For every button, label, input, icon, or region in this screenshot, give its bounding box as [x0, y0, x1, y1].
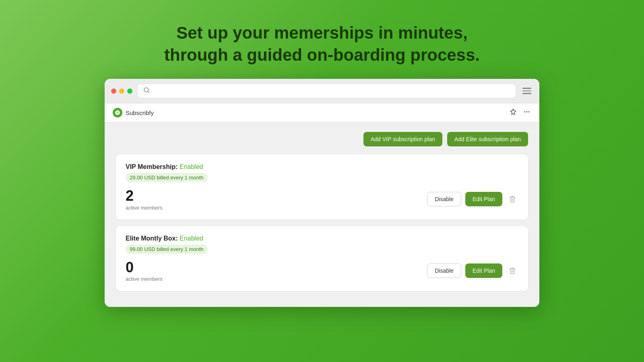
add-vip-button[interactable]: Add VIP subscription plan [363, 132, 442, 146]
elite-plan-badge: 99.00 USD billed every 1 month [126, 245, 208, 254]
vip-plan-actions: Disable Edit Plan [427, 192, 518, 206]
traffic-light-red[interactable] [111, 88, 116, 94]
vip-plan-badge: 29.00 USD billed every 1 month [126, 173, 208, 182]
svg-line-1 [148, 91, 149, 93]
vip-plan-name: VIP Membership: [126, 163, 178, 170]
svg-point-2 [524, 111, 525, 113]
elite-plan-name: Elite Montly Box: [126, 235, 178, 242]
elite-disable-button[interactable]: Disable [427, 263, 461, 278]
app-name: Subscribfy [126, 109, 154, 116]
svg-point-4 [528, 111, 530, 113]
nav-bar: Subscribfy [105, 103, 539, 122]
add-elite-button[interactable]: Add Elite subscription plan [447, 132, 528, 146]
traffic-light-green[interactable] [127, 88, 132, 94]
elite-plan-body: 0 active members Disable Edit Plan [126, 259, 518, 282]
svg-point-3 [526, 111, 528, 113]
hamburger-menu-icon[interactable] [521, 86, 533, 96]
vip-plan-status: Enabled [180, 163, 203, 170]
vip-plan-body: 2 active members Disable Edit Plan [126, 188, 518, 211]
elite-plan-card: Elite Montly Box: Enabled 99.00 USD bill… [116, 226, 528, 291]
heading-line1: Set up your memerships in minutes, [176, 23, 468, 42]
browser-window: Subscribfy Add VIP subscription plan Add… [105, 79, 539, 307]
elite-plan-actions: Disable Edit Plan [427, 263, 518, 278]
elite-edit-button[interactable]: Edit Plan [465, 263, 502, 278]
elite-members-label: active members [126, 276, 163, 282]
pin-icon-button[interactable] [509, 107, 518, 118]
app-icon [113, 108, 122, 117]
browser-titlebar [105, 79, 539, 103]
vip-delete-button[interactable] [506, 193, 518, 205]
elite-members-count: 0 [126, 259, 163, 276]
main-content: Add VIP subscription plan Add Elite subs… [105, 122, 539, 307]
elite-plan-title: Elite Montly Box: Enabled [126, 235, 518, 242]
app-brand: Subscribfy [113, 108, 154, 117]
vip-members-count: 2 [126, 188, 163, 204]
action-bar: Add VIP subscription plan Add Elite subs… [116, 132, 528, 146]
vip-edit-button[interactable]: Edit Plan [465, 192, 502, 206]
heading-line2: through a guided on-boarding process. [164, 45, 480, 64]
vip-plan-title: VIP Membership: Enabled [126, 163, 518, 171]
vip-plan-card: VIP Membership: Enabled 29.00 USD billed… [116, 154, 528, 220]
more-options-button[interactable] [522, 107, 531, 118]
search-bar[interactable] [137, 84, 516, 98]
traffic-light-yellow[interactable] [119, 88, 124, 94]
traffic-lights [111, 88, 132, 94]
vip-disable-button[interactable]: Disable [427, 192, 461, 206]
elite-delete-button[interactable] [506, 265, 518, 277]
search-input[interactable] [153, 88, 510, 94]
vip-members-label: active members [126, 205, 163, 211]
nav-actions [509, 107, 531, 118]
elite-plan-status: Enabled [180, 235, 203, 242]
vip-members-info: 2 active members [126, 188, 163, 211]
page-heading: Set up your memerships in minutes, throu… [164, 22, 480, 66]
elite-members-info: 0 active members [126, 259, 163, 282]
search-icon [143, 87, 150, 95]
